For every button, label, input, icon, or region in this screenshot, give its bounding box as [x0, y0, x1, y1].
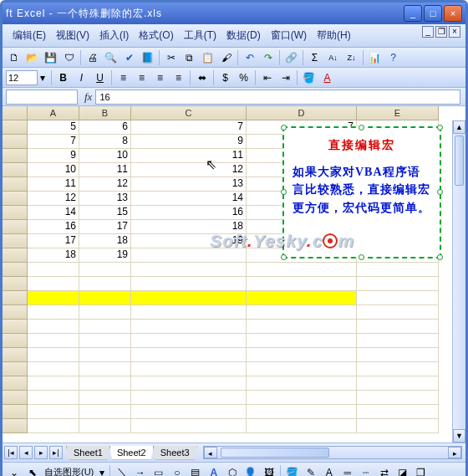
- cell[interactable]: [79, 391, 131, 405]
- horizontal-scrollbar[interactable]: ◂ ▸: [203, 446, 462, 459]
- indent-inc-icon[interactable]: ⇥: [277, 69, 293, 85]
- cell[interactable]: [79, 334, 131, 348]
- formula-bar[interactable]: 16: [95, 90, 460, 105]
- align-justify-icon[interactable]: ≡: [170, 69, 186, 85]
- menu-data[interactable]: 数据(D): [221, 26, 266, 45]
- threeD-icon[interactable]: ❒: [413, 464, 429, 476]
- print-icon[interactable]: 🖨: [84, 49, 100, 65]
- cell[interactable]: 18: [79, 234, 131, 248]
- sort-asc-icon[interactable]: A↓: [325, 49, 341, 65]
- row-header[interactable]: [3, 419, 28, 433]
- cell[interactable]: 11: [79, 163, 131, 177]
- row-header[interactable]: [3, 163, 28, 177]
- cell[interactable]: [28, 405, 79, 419]
- mdi-minimize-button[interactable]: _: [422, 26, 434, 38]
- shadow-icon[interactable]: ◪: [394, 464, 410, 476]
- textbox-icon[interactable]: ▤: [187, 464, 203, 476]
- cell[interactable]: [357, 305, 439, 320]
- redo-icon[interactable]: ↷: [260, 49, 276, 65]
- paste-icon[interactable]: 📋: [200, 49, 216, 65]
- select-all-corner[interactable]: [3, 106, 28, 120]
- autoshapes-button[interactable]: 自选图形(U): [43, 466, 95, 476]
- cell[interactable]: [79, 277, 131, 291]
- preview-icon[interactable]: 🔍: [103, 49, 119, 65]
- cell[interactable]: [357, 320, 439, 334]
- dash-style-icon[interactable]: ┈: [358, 464, 374, 476]
- percent-icon[interactable]: %: [236, 69, 252, 85]
- permission-icon[interactable]: 🛡: [61, 49, 77, 65]
- row-header[interactable]: [3, 391, 28, 405]
- research-icon[interactable]: 📘: [140, 49, 155, 65]
- cell[interactable]: [28, 391, 79, 405]
- bold-icon[interactable]: B: [55, 69, 71, 85]
- cell[interactable]: 12: [131, 163, 247, 177]
- scroll-left-icon[interactable]: ◂: [204, 447, 217, 458]
- cell[interactable]: 6: [79, 120, 131, 135]
- cell[interactable]: [131, 291, 247, 305]
- cell[interactable]: [247, 391, 357, 405]
- cell[interactable]: [28, 291, 79, 305]
- scroll-down-icon[interactable]: ▼: [453, 429, 465, 443]
- hyperlink-icon[interactable]: 🔗: [283, 49, 299, 65]
- cell[interactable]: [357, 376, 439, 391]
- sheet-tab-2[interactable]: Sheet2: [109, 446, 154, 460]
- cell[interactable]: [357, 263, 439, 277]
- cell[interactable]: 12: [28, 192, 79, 206]
- menu-format[interactable]: 格式(O): [134, 26, 178, 45]
- cell[interactable]: [131, 334, 247, 348]
- tab-nav-prev-icon[interactable]: ◂: [19, 446, 33, 459]
- line-style-icon[interactable]: ═: [339, 464, 355, 476]
- currency-icon[interactable]: $: [217, 69, 233, 85]
- cell[interactable]: 14: [131, 192, 247, 206]
- cell[interactable]: [79, 419, 131, 433]
- row-header[interactable]: [3, 305, 28, 320]
- draw-menu-icon[interactable]: ⌄: [6, 464, 22, 476]
- copy-icon[interactable]: ⧉: [181, 49, 197, 65]
- cell[interactable]: [79, 291, 131, 305]
- menu-edit[interactable]: 编辑(E): [8, 26, 51, 45]
- row-header[interactable]: [3, 362, 28, 376]
- row-header[interactable]: [3, 220, 28, 234]
- row-header[interactable]: [3, 348, 28, 362]
- font-size-field[interactable]: [6, 70, 38, 85]
- cell[interactable]: [28, 348, 79, 362]
- rect-icon[interactable]: ▭: [150, 464, 166, 476]
- cell[interactable]: [247, 376, 357, 391]
- name-box[interactable]: [6, 90, 78, 105]
- cell[interactable]: [131, 305, 247, 320]
- cell[interactable]: [28, 334, 79, 348]
- cell[interactable]: 16: [131, 206, 247, 220]
- oval-icon[interactable]: ○: [169, 464, 185, 476]
- close-button[interactable]: ×: [444, 5, 462, 22]
- arrow-style-icon[interactable]: ⇄: [376, 464, 392, 476]
- cell[interactable]: [28, 419, 79, 433]
- vertical-scrollbar[interactable]: ▲ ▼: [452, 120, 465, 443]
- dropdown-icon[interactable]: ▾: [38, 69, 48, 85]
- cell[interactable]: [357, 277, 439, 291]
- row-header[interactable]: [3, 192, 28, 206]
- cell[interactable]: [357, 291, 439, 305]
- row-header[interactable]: [3, 277, 28, 291]
- column-header-A[interactable]: A: [28, 106, 79, 120]
- dropdown-icon[interactable]: ▾: [98, 464, 106, 476]
- cell[interactable]: [28, 320, 79, 334]
- cell[interactable]: [357, 348, 439, 362]
- row-header[interactable]: [3, 320, 28, 334]
- column-header-C[interactable]: C: [131, 106, 247, 120]
- chart-icon[interactable]: 📊: [367, 49, 383, 65]
- align-center-icon[interactable]: ≡: [134, 69, 150, 85]
- column-header-D[interactable]: D: [247, 106, 357, 120]
- cell[interactable]: [247, 405, 357, 419]
- cell[interactable]: 7: [131, 120, 247, 135]
- cell[interactable]: [247, 362, 357, 376]
- cell[interactable]: [79, 263, 131, 277]
- line-color-icon[interactable]: ✎: [303, 464, 318, 476]
- cell[interactable]: [131, 362, 247, 376]
- cell[interactable]: 11: [131, 149, 247, 163]
- indent-dec-icon[interactable]: ⇤: [259, 69, 275, 85]
- cell[interactable]: 19: [79, 248, 131, 263]
- row-header[interactable]: [3, 149, 28, 163]
- menu-tools[interactable]: 工具(T): [179, 26, 221, 45]
- new-icon[interactable]: 🗋: [6, 49, 22, 65]
- font-color-icon[interactable]: A: [319, 69, 335, 85]
